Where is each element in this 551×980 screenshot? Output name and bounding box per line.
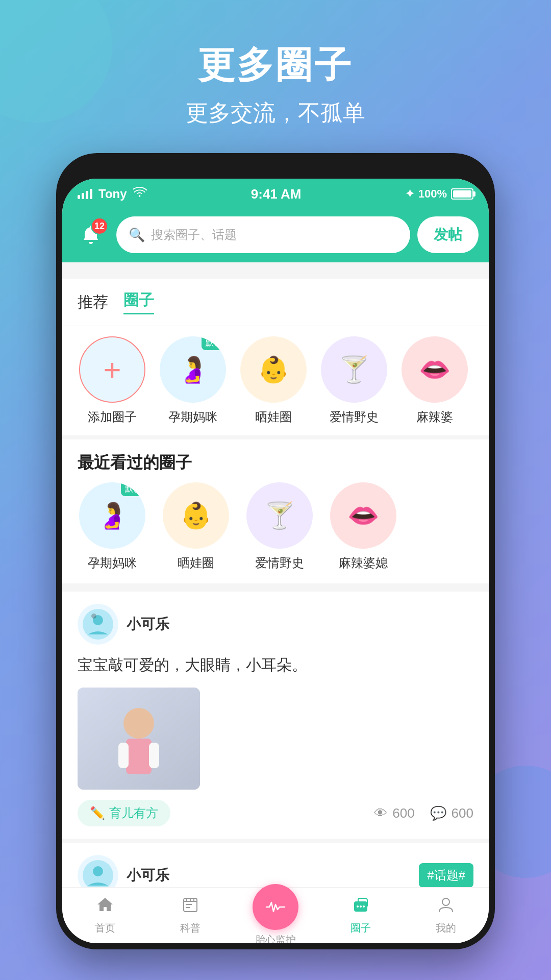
baby-icon: 👶	[240, 336, 307, 403]
recent-spicy-label: 麻辣婆媳	[339, 555, 388, 571]
svg-rect-6	[126, 739, 152, 774]
home-icon	[96, 896, 114, 918]
tab-recommended[interactable]: 推荐	[78, 292, 108, 313]
svg-point-20	[363, 905, 365, 908]
tag-button-1[interactable]: ✏️ 育儿有方	[78, 800, 170, 826]
nav-home[interactable]: 首页	[62, 896, 147, 935]
recent-circles-row: 🤰 默认 孕期妈咪 👶 晒娃圈	[62, 482, 489, 587]
post-text-1: 宝宝敲可爱的，大眼睛，小耳朵。	[78, 653, 473, 677]
recent-love-label: 爱情野史	[255, 555, 304, 571]
circle-love-label: 爱情野史	[330, 409, 379, 425]
search-bar[interactable]: 🔍 搜索圈子、话题	[116, 216, 410, 253]
post-image-1	[78, 688, 200, 790]
recent-baby-label: 晒娃圈	[178, 555, 214, 571]
comment-count: 💬 600	[430, 805, 473, 821]
username-2: 小可乐	[127, 866, 169, 885]
scroll-content: 推荐 圈子 + 添加圈子 🤰 默认	[62, 279, 489, 887]
circle-baby-label: 晒娃圈	[255, 409, 292, 425]
eye-icon: 👁	[374, 805, 387, 821]
username-1: 小可乐	[127, 615, 169, 634]
recent-section: 最近看过的圈子 🤰 默认 孕期妈咪 👶	[62, 439, 489, 592]
recent-love-icon: 🍸	[246, 482, 313, 549]
search-placeholder: 搜索圈子、话题	[151, 227, 237, 243]
battery-icon	[451, 188, 473, 200]
circle-spicy-label: 麻辣婆	[416, 409, 453, 425]
nav-home-label: 首页	[95, 921, 115, 935]
recent-pregnancy-label: 孕期妈咪	[88, 555, 137, 571]
bell-button[interactable]: 12	[72, 216, 109, 253]
love-icon: 🍸	[321, 336, 387, 403]
user-avatar-1	[78, 604, 118, 645]
recent-baby[interactable]: 👶 晒娃圈	[158, 482, 234, 571]
svg-rect-8	[149, 743, 159, 768]
post-stats-1: 👁 600 💬 600	[374, 805, 473, 821]
svg-point-21	[442, 898, 449, 905]
post-card-2: 小可乐 #话题#	[62, 843, 489, 887]
science-icon	[182, 896, 199, 918]
recommended-circles: + 添加圈子 🤰 默认 孕期妈咪 👶	[62, 326, 489, 439]
status-right: ✦ 100%	[405, 187, 473, 201]
nav-monitor-label: 胎心监护	[255, 933, 296, 943]
svg-rect-7	[118, 743, 129, 768]
nav-mine[interactable]: 我的	[404, 896, 489, 935]
comment-number: 600	[452, 805, 473, 821]
nav-circle[interactable]: 圈子	[318, 896, 404, 935]
circle-add-label: 添加圈子	[88, 409, 137, 425]
monitor-btn[interactable]	[253, 884, 298, 930]
bottom-navigation: 首页 科普	[62, 887, 489, 943]
add-circle-icon: +	[79, 336, 145, 403]
pregnancy-icon: 🤰 默认	[160, 336, 226, 403]
post-button[interactable]: 发帖	[417, 216, 479, 253]
search-icon: 🔍	[129, 227, 145, 243]
circle-nav-icon	[352, 896, 369, 918]
post-footer-1: ✏️ 育儿有方 👁 600 💬 600	[78, 800, 473, 826]
phone-frame: Tony 9:41 AM ✦ 100%	[56, 153, 495, 949]
nav-science-label: 科普	[180, 921, 201, 935]
nav-mine-label: 我的	[436, 921, 456, 935]
tag-label: 育儿有方	[109, 805, 158, 821]
recent-spicy[interactable]: 👄 麻辣婆媳	[325, 482, 401, 571]
svg-point-2	[91, 614, 96, 619]
circle-pregnancy[interactable]: 🤰 默认 孕期妈咪	[155, 336, 231, 425]
time-display: 9:41 AM	[251, 186, 302, 202]
default-badge: 默认	[202, 336, 226, 350]
signal-icon	[78, 189, 92, 199]
recent-default-badge: 默认	[121, 482, 145, 496]
circle-baby[interactable]: 👶 晒娃圈	[236, 336, 311, 425]
status-left: Tony	[78, 187, 147, 201]
view-number: 600	[392, 805, 414, 821]
status-bar: Tony 9:41 AM ✦ 100%	[62, 179, 489, 209]
tab-circle[interactable]: 圈子	[123, 290, 154, 314]
comment-icon: 💬	[430, 805, 446, 821]
recent-title: 最近看过的圈子	[62, 439, 489, 482]
svg-point-10	[93, 866, 103, 876]
svg-point-19	[360, 905, 362, 908]
user-icon	[437, 896, 455, 918]
circle-add[interactable]: + 添加圈子	[74, 336, 150, 425]
nav-circle-label: 圈子	[350, 921, 371, 935]
nav-monitor[interactable]: 胎心监护	[233, 884, 318, 943]
svg-point-5	[123, 708, 154, 739]
user-avatar-2	[78, 855, 118, 887]
topic-badge[interactable]: #话题#	[419, 863, 473, 887]
spicy-icon: 👄	[402, 336, 468, 403]
tab-navigation: 推荐 圈子	[62, 279, 489, 326]
circle-love[interactable]: 🍸 爱情野史	[316, 336, 392, 425]
tag-icon: ✏️	[90, 806, 105, 820]
phone-screen: Tony 9:41 AM ✦ 100%	[62, 179, 489, 943]
recent-baby-icon: 👶	[163, 482, 229, 549]
circle-spicy[interactable]: 👄 麻辣婆	[397, 336, 472, 425]
recent-pregnancy[interactable]: 🤰 默认 孕期妈咪	[74, 482, 150, 571]
wifi-icon	[133, 187, 147, 201]
bluetooth-icon: ✦	[405, 187, 414, 201]
bell-badge: 12	[91, 217, 108, 235]
recent-spicy-icon: 👄	[330, 482, 396, 549]
carrier-label: Tony	[98, 187, 127, 201]
svg-point-18	[357, 905, 359, 908]
post-header-2: 小可乐	[78, 855, 169, 887]
battery-percent: 100%	[418, 187, 447, 201]
circles-row: + 添加圈子 🤰 默认 孕期妈咪 👶	[74, 336, 477, 425]
view-count: 👁 600	[374, 805, 414, 821]
recent-love[interactable]: 🍸 爱情野史	[242, 482, 317, 571]
nav-science[interactable]: 科普	[147, 896, 233, 935]
